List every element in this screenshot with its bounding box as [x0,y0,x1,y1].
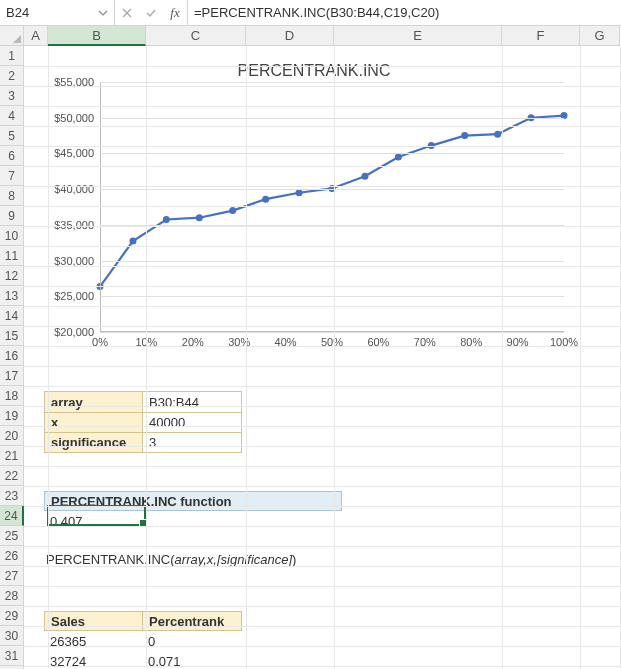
row-header-11[interactable]: 11 [0,246,24,266]
syntax-suffix: ) [292,552,296,567]
enter-button[interactable] [139,0,163,25]
row-header-30[interactable]: 30 [0,626,24,646]
row-header-14[interactable]: 14 [0,306,24,326]
param-label: significance [45,433,143,452]
formula-bar-row: B24 fx =PERCENTRANK.INC(B30:B44,C19,C20) [0,0,621,26]
row-header-4[interactable]: 4 [0,106,24,126]
sales-header-percentrank[interactable]: Percentrank [142,611,242,631]
chart-y-tick: $50,000 [54,112,94,124]
row-header-2[interactable]: 2 [0,66,24,86]
table-row[interactable]: 26365 0 [44,631,242,651]
column-headers: ABCDEFG [24,26,621,46]
row-header-22[interactable]: 22 [0,466,24,486]
row-header-8[interactable]: 8 [0,186,24,206]
row-header-15[interactable]: 15 [0,326,24,346]
svg-point-3 [196,214,203,221]
sales-header-sales[interactable]: Sales [44,611,142,631]
svg-point-9 [395,154,402,161]
column-header-A[interactable]: A [24,26,48,46]
param-value: B30:B44 [143,392,241,412]
row-header-27[interactable]: 27 [0,566,24,586]
row-header-26[interactable]: 26 [0,546,24,566]
row-header-13[interactable]: 13 [0,286,24,306]
row-header-6[interactable]: 6 [0,146,24,166]
row-header-24[interactable]: 24 [0,506,24,526]
column-header-C[interactable]: C [146,26,246,46]
svg-point-11 [461,132,468,139]
row-header-23[interactable]: 23 [0,486,24,506]
row-header-17[interactable]: 17 [0,366,24,386]
row-header-16[interactable]: 16 [0,346,24,366]
row-header-5[interactable]: 5 [0,126,24,146]
column-header-D[interactable]: D [246,26,334,46]
formula-input[interactable]: =PERCENTRANK.INC(B30:B44,C19,C20) [188,0,621,25]
chart-y-tick: $40,000 [54,183,94,195]
function-result-cell[interactable]: 0.407 [44,511,142,531]
row-header-9[interactable]: 9 [0,206,24,226]
param-row-array[interactable]: array B30:B44 [45,392,241,412]
row-header-3[interactable]: 3 [0,86,24,106]
x-icon [121,7,133,19]
sales-header-row: Sales Percentrank [44,611,242,631]
column-header-B[interactable]: B [48,26,146,46]
chart-y-tick: $30,000 [54,255,94,267]
chart-y-tick: $25,000 [54,290,94,302]
cells-area[interactable]: PERCENTRANK.INC $20,000$25,000$30,000$35… [24,46,621,669]
formula-text: =PERCENTRANK.INC(B30:B44,C19,C20) [194,5,439,20]
svg-point-12 [494,131,501,138]
excel-app: B24 fx =PERCENTRANK.INC(B30:B44,C19,C20)… [0,0,621,669]
insert-function-button[interactable]: fx [163,0,187,25]
svg-point-1 [129,238,136,245]
row-header-18[interactable]: 18 [0,386,24,406]
row-header-31[interactable]: 31 [0,646,24,666]
syntax-prefix: PERCENTRANK.INC( [46,552,175,567]
param-value: 40000 [143,413,241,432]
chevron-down-icon [98,8,108,18]
function-section-header[interactable]: PERCENTRANK.INC function [44,491,342,511]
chart-line-series [100,82,564,332]
param-label: array [45,392,143,412]
function-syntax: PERCENTRANK.INC(array,x,[significance]) [46,552,296,567]
chart-y-tick: $45,000 [54,147,94,159]
param-table: array B30:B44 x 40000 significance 3 [44,391,242,453]
chart-x-axis-labels: 0%10%20%30%40%50%60%70%80%90%100% [100,336,564,352]
row-header-1[interactable]: 1 [0,46,24,66]
param-row-significance[interactable]: significance 3 [45,432,241,452]
row-header-19[interactable]: 19 [0,406,24,426]
param-value: 3 [143,433,241,452]
svg-point-2 [163,216,170,223]
row-header-20[interactable]: 20 [0,426,24,446]
sales-cell: 26365 [44,631,142,651]
chart-y-tick: $35,000 [54,219,94,231]
sales-table: Sales Percentrank 26365 0 32724 0.071 [44,611,242,669]
syntax-args: array,x,[significance] [175,552,293,567]
row-header-29[interactable]: 29 [0,606,24,626]
row-header-7[interactable]: 7 [0,166,24,186]
param-row-x[interactable]: x 40000 [45,412,241,432]
param-label: x [45,413,143,432]
svg-point-5 [262,196,269,203]
chart-y-tick: $20,000 [54,326,94,338]
column-header-F[interactable]: F [502,26,580,46]
chart-title: PERCENTRANK.INC [44,62,584,80]
pct-cell: 0 [142,631,161,651]
chart-plot-area: $20,000$25,000$30,000$35,000$40,000$45,0… [100,82,564,332]
column-header-G[interactable]: G [580,26,620,46]
row-header-12[interactable]: 12 [0,266,24,286]
row-header-25[interactable]: 25 [0,526,24,546]
svg-point-8 [361,173,368,180]
svg-point-4 [229,207,236,214]
chart-object[interactable]: PERCENTRANK.INC $20,000$25,000$30,000$35… [44,56,584,366]
row-header-21[interactable]: 21 [0,446,24,466]
name-box[interactable]: B24 [0,0,115,25]
worksheet-grid[interactable]: ABCDEFG 12345678910111213141516171819202… [0,26,621,669]
select-all-corner[interactable] [0,26,24,46]
row-header-10[interactable]: 10 [0,226,24,246]
fx-icon: fx [170,5,179,21]
row-headers: 1234567891011121314151617181920212223242… [0,46,24,669]
row-header-28[interactable]: 28 [0,586,24,606]
cancel-button[interactable] [115,0,139,25]
name-box-value: B24 [6,5,98,20]
svg-point-6 [296,189,303,196]
column-header-E[interactable]: E [334,26,502,46]
